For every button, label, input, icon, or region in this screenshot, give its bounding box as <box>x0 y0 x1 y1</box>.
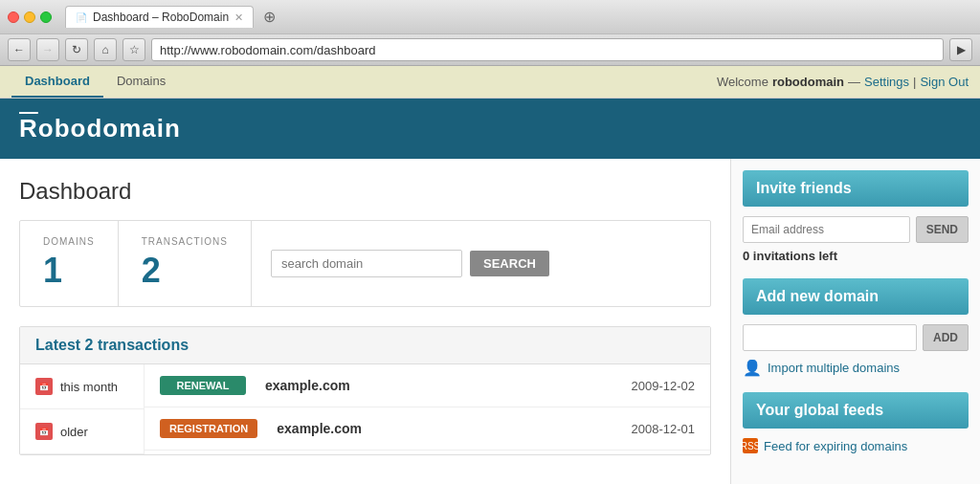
domains-stat: DOMAINS 1 <box>20 221 119 306</box>
app-header: Robodomain <box>0 99 980 159</box>
nav-link-dashboard[interactable]: Dashboard <box>11 66 103 98</box>
feeds-widget: Your global feeds RSS Feed for expiring … <box>743 392 969 453</box>
nav-link-domains[interactable]: Domains <box>103 66 179 98</box>
close-dot[interactable] <box>8 11 19 23</box>
transactions-stat: TRANSACTIONS 2 <box>119 221 252 306</box>
username: robodomain <box>772 75 844 89</box>
table-row: REGISTRATION example.com 2008-12-01 <box>145 407 710 451</box>
reload-button[interactable]: ↻ <box>65 38 88 61</box>
new-tab-button[interactable]: ⊕ <box>263 8 276 26</box>
home-button[interactable]: ⌂ <box>94 38 117 61</box>
divider: | <box>913 75 916 89</box>
minimize-dot[interactable] <box>24 11 35 23</box>
add-domain-widget: Add new domain ADD 👤 Import multiple dom… <box>743 278 969 377</box>
tx-domain-1: example.com <box>277 421 612 436</box>
app-navbar: Dashboard Domains Welcome robodomain — S… <box>0 66 980 99</box>
feeds-header: Your global feeds <box>743 392 969 429</box>
tab-close-icon[interactable]: ✕ <box>234 11 243 24</box>
separator: — <box>848 75 860 89</box>
table-row: RENEWAL example.com 2009-12-02 <box>145 364 710 407</box>
search-button[interactable]: SEARCH <box>470 251 549 276</box>
section-title: Latest 2 transactions <box>35 337 695 354</box>
main-layout: Dashboard DOMAINS 1 TRANSACTIONS 2 SEARC… <box>0 159 980 484</box>
back-button[interactable]: ← <box>8 38 31 61</box>
logo-prefix: R <box>19 114 38 143</box>
search-block: SEARCH <box>252 234 710 293</box>
invite-header: Invite friends <box>743 170 969 207</box>
add-domain-header: Add new domain <box>743 278 969 315</box>
domains-label: DOMAINS <box>43 236 95 247</box>
tx-domain-0: example.com <box>265 378 612 393</box>
rss-icon: RSS <box>743 438 758 453</box>
transactions-count: 2 <box>142 251 228 291</box>
period-this-month: 📅 this month <box>20 364 144 409</box>
tx-date-0: 2009-12-02 <box>632 379 696 393</box>
page-title: Dashboard <box>19 178 711 205</box>
add-domain-input[interactable] <box>743 324 917 351</box>
logo-rest: obodomain <box>38 114 181 143</box>
period-older-label: older <box>60 425 88 439</box>
app-logo: Robodomain <box>19 114 961 143</box>
browser-chrome: 📄 Dashboard – RoboDomain ✕ ⊕ ← → ↻ ⌂ ☆ h… <box>0 0 980 66</box>
sidebar: Invite friends SEND 0 invitations left A… <box>731 159 980 484</box>
welcome-text: Welcome <box>717 75 768 89</box>
main-content: Dashboard DOMAINS 1 TRANSACTIONS 2 SEARC… <box>0 159 731 484</box>
invite-row: SEND <box>743 216 969 243</box>
star-button[interactable]: ☆ <box>122 38 145 61</box>
settings-link[interactable]: Settings <box>864 75 909 89</box>
invitations-count: 0 <box>743 249 749 263</box>
add-domain-button[interactable]: ADD <box>923 324 969 351</box>
go-button[interactable]: ▶ <box>949 38 972 61</box>
invite-widget: Invite friends SEND 0 invitations left <box>743 170 969 263</box>
app-nav-right: Welcome robodomain — Settings | Sign Out <box>717 75 969 89</box>
transactions-layout: 📅 this month 📅 older RENEWAL example.com… <box>20 364 710 454</box>
app-nav-links: Dashboard Domains <box>11 66 179 98</box>
invitations-left: 0 invitations left <box>743 249 969 263</box>
feed-label: Feed for expiring domains <box>764 439 907 453</box>
address-text: http://www.robodomain.com/dashboard <box>160 43 375 57</box>
transactions-label: TRANSACTIONS <box>142 236 228 247</box>
domains-count: 1 <box>43 251 95 291</box>
signout-link[interactable]: Sign Out <box>920 75 969 89</box>
browser-titlebar: 📄 Dashboard – RoboDomain ✕ ⊕ <box>0 0 980 33</box>
invitations-label: invitations left <box>753 249 837 263</box>
tab-title: Dashboard – RoboDomain <box>93 11 229 24</box>
import-domains-link[interactable]: 👤 Import multiple domains <box>743 359 969 377</box>
send-button[interactable]: SEND <box>916 216 969 243</box>
stats-row: DOMAINS 1 TRANSACTIONS 2 SEARCH <box>19 220 711 307</box>
browser-toolbar: ← → ↻ ⌂ ☆ http://www.robodomain.com/dash… <box>0 33 980 65</box>
tx-list: RENEWAL example.com 2009-12-02 REGISTRAT… <box>145 364 710 454</box>
tab-icon: 📄 <box>76 12 87 23</box>
import-icon: 👤 <box>743 359 762 377</box>
add-domain-row: ADD <box>743 324 969 351</box>
period-older: 📅 older <box>20 409 144 454</box>
search-input[interactable] <box>271 250 462 277</box>
tx-period-sidebar: 📅 this month 📅 older <box>20 364 145 454</box>
tx-badge-renewal: RENEWAL <box>160 376 246 395</box>
address-bar[interactable]: http://www.robodomain.com/dashboard <box>151 38 944 61</box>
period-month-label: this month <box>60 380 118 394</box>
import-label: Import multiple domains <box>768 361 900 375</box>
tx-date-1: 2008-12-01 <box>632 422 696 436</box>
maximize-dot[interactable] <box>40 11 52 23</box>
invite-email-input[interactable] <box>743 216 910 243</box>
calendar-icon-month: 📅 <box>35 378 53 395</box>
feed-expiring-link[interactable]: RSS Feed for expiring domains <box>743 438 969 453</box>
browser-tab[interactable]: 📄 Dashboard – RoboDomain ✕ <box>65 6 254 28</box>
forward-button[interactable]: → <box>36 38 59 61</box>
browser-dots <box>8 11 52 23</box>
tx-badge-registration: REGISTRATION <box>160 419 257 438</box>
transactions-section: Latest 2 transactions 📅 this month 📅 old… <box>19 326 711 455</box>
section-header: Latest 2 transactions <box>20 327 710 364</box>
calendar-icon-older: 📅 <box>35 423 53 440</box>
